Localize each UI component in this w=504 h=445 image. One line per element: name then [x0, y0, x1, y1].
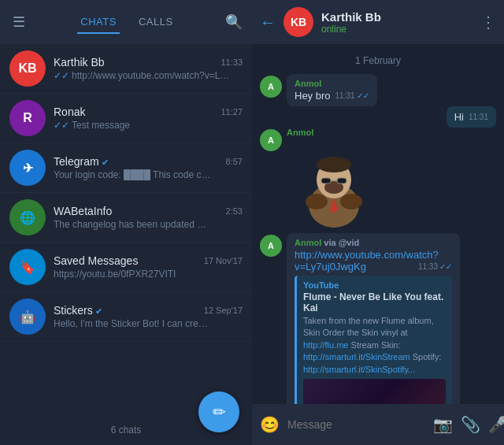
message-read-icon: ✓✓ — [357, 91, 369, 100]
contact-status: online — [321, 24, 472, 35]
tab-bar: CHATS CALLS — [28, 11, 225, 34]
chat-preview-text: http://www.youtube.com/watch?v=Ly7uj0Jw.… — [72, 70, 229, 81]
message-row: AAnmolHey bro11:31✓✓ — [260, 74, 496, 106]
message-bubble: Hi11:31 — [447, 106, 496, 128]
chat-time: 11:27 — [220, 107, 243, 117]
message-text: Hey bro11:31✓✓ — [295, 90, 369, 102]
avatar: ✈ — [9, 150, 46, 186]
chat-item-wabetainfo[interactable]: 🌐WABetaInfo2:53The changelog has been up… — [0, 193, 252, 243]
link-description: Taken from the new Flume album, Skin Ord… — [303, 315, 446, 376]
message-bubble: Anmol via @vidhttp://www.youtube.com/wat… — [287, 233, 460, 404]
chat-info: Telegram✔8:57Your login code: ████ This … — [54, 155, 243, 180]
verified-icon: ✔ — [102, 158, 109, 167]
message-avatar: A — [260, 129, 282, 151]
tab-chats[interactable]: CHATS — [77, 11, 120, 34]
date-divider: 1 February — [260, 55, 496, 66]
chat-preview-text: The changelog has been updated now, addi… — [54, 219, 211, 230]
svg-point-2 — [317, 157, 351, 172]
svg-rect-5 — [337, 178, 346, 184]
chat-time: 8:57 — [226, 157, 243, 166]
message-row: AAnmol — [260, 128, 496, 233]
link-preview: YouTubeFlume - Never Be Like You feat. K… — [295, 276, 452, 404]
message-read-icon: ✓✓ — [439, 262, 452, 271]
avatar: 🌐 — [9, 199, 46, 235]
left-panel: ☰ CHATS CALLS 🔍 KBKarthik Bb11:33✓✓http:… — [0, 0, 252, 445]
chat-info: Karthik Bb11:33✓✓http://www.youtube.com/… — [54, 56, 243, 81]
chat-name: Saved Messages — [54, 254, 138, 267]
chat-name: Telegram✔ — [54, 155, 109, 168]
chat-header: ← KB Karthik Bb online ⋮ — [252, 0, 504, 44]
link-thumbnail — [303, 379, 446, 404]
message-text: Hi11:31 — [454, 111, 488, 123]
svg-rect-4 — [321, 178, 331, 184]
chat-info: Stickers✔12 Sep'17Hello, I'm the Sticker… — [54, 304, 243, 329]
chat-item-saved[interactable]: 🔖Saved Messages17 Nov'17https://youtu.be… — [0, 243, 252, 292]
hamburger-icon[interactable]: ☰ — [9, 10, 28, 34]
link-url[interactable]: http://smarturl.it/SkinStream — [303, 352, 410, 362]
chat-time: 17 Nov'17 — [204, 256, 243, 265]
link-source: YouTube — [303, 280, 446, 290]
chat-name: Karthik Bb — [54, 56, 105, 69]
message-toolbar: 😊 📷 📎 🎤 — [252, 404, 504, 445]
message-text: http://www.youtube.com/watch?v=Ly7uj0Jwg… — [295, 249, 452, 273]
message-time: 11:31✓✓ — [335, 91, 369, 100]
read-receipt-icon: ✓✓ — [54, 70, 69, 81]
contact-info: Karthik Bb online — [321, 10, 472, 35]
camera-icon[interactable]: 📷 — [433, 415, 453, 434]
message-sender: Anmol via @vid — [295, 238, 452, 247]
avatar: R — [9, 100, 46, 136]
left-header: ☰ CHATS CALLS 🔍 — [0, 0, 252, 44]
sticker-icon[interactable]: 😊 — [260, 415, 280, 434]
avatar: KB — [9, 50, 46, 87]
avatar: 🤖 — [9, 299, 46, 335]
message-sender: Anmol — [287, 128, 381, 137]
mic-icon[interactable]: 🎤 — [488, 415, 504, 434]
message-bubble: Anmol — [287, 128, 381, 233]
link-url[interactable]: http://smarturl.it/SkinSpotify... — [303, 365, 415, 374]
message-bubble: AnmolHey bro11:31✓✓ — [287, 74, 377, 106]
message-time: 11:33✓✓ — [418, 262, 452, 271]
chat-name: Stickers✔ — [54, 304, 102, 317]
messages-area: 1 February AAnmolHey bro11:31✓✓Hi11:31AA… — [252, 44, 504, 404]
link-url[interactable]: http://flu.me — [303, 340, 348, 350]
tab-calls[interactable]: CALLS — [135, 11, 176, 34]
chat-time: 12 Sep'17 — [204, 306, 243, 315]
right-panel: ← KB Karthik Bb online ⋮ 1 February AAnm… — [252, 0, 504, 445]
chat-name: Ronak — [54, 106, 85, 118]
message-avatar: A — [260, 76, 282, 98]
chat-item-telegram[interactable]: ✈Telegram✔8:57Your login code: ████ This… — [0, 143, 252, 193]
chat-preview-text: https://youtu.be/0fPXR27VITI — [54, 269, 176, 280]
chat-item-stickers[interactable]: 🤖Stickers✔12 Sep'17Hello, I'm the Sticke… — [0, 292, 252, 342]
chat-preview-text: Test message — [72, 120, 130, 131]
chat-info: Ronak11:27✓✓Test message — [54, 106, 243, 131]
search-icon[interactable]: 🔍 — [225, 13, 243, 31]
message-avatar: A — [260, 235, 282, 257]
chat-time: 2:53 — [226, 206, 243, 216]
verified-icon: ✔ — [95, 306, 102, 316]
chat-info: Saved Messages17 Nov'17https://youtu.be/… — [54, 254, 243, 280]
chat-item-ronak[interactable]: RRonak11:27✓✓Test message — [0, 94, 252, 143]
back-button[interactable]: ← — [260, 13, 276, 32]
message-time: 11:31 — [469, 113, 488, 121]
svg-point-8 — [306, 194, 328, 210]
sticker-image — [287, 139, 381, 233]
chat-item-karthik[interactable]: KBKarthik Bb11:33✓✓http://www.youtube.co… — [0, 44, 252, 94]
chat-name: WABetaInfo — [54, 205, 112, 217]
chat-list: KBKarthik Bb11:33✓✓http://www.youtube.co… — [0, 44, 252, 415]
via-tag: via @vid — [324, 238, 359, 247]
edit-icon: ✏ — [213, 402, 226, 421]
chat-preview-text: Your login code: ████ This code can be u… — [54, 169, 211, 180]
message-row: AAnmol via @vidhttp://www.youtube.com/wa… — [260, 233, 496, 404]
contact-name: Karthik Bb — [321, 10, 472, 24]
message-sender: Anmol — [295, 79, 369, 88]
svg-point-9 — [340, 194, 362, 210]
chat-time: 11:33 — [220, 57, 243, 67]
contact-avatar: KB — [284, 7, 313, 37]
message-row: Hi11:31 — [260, 106, 496, 128]
read-receipt-icon: ✓✓ — [54, 120, 69, 131]
more-options-icon[interactable]: ⋮ — [480, 13, 496, 32]
compose-fab[interactable]: ✏ — [198, 391, 239, 432]
attach-icon[interactable]: 📎 — [461, 415, 480, 434]
chat-info: WABetaInfo2:53The changelog has been upd… — [54, 205, 243, 230]
message-input[interactable] — [287, 418, 425, 431]
